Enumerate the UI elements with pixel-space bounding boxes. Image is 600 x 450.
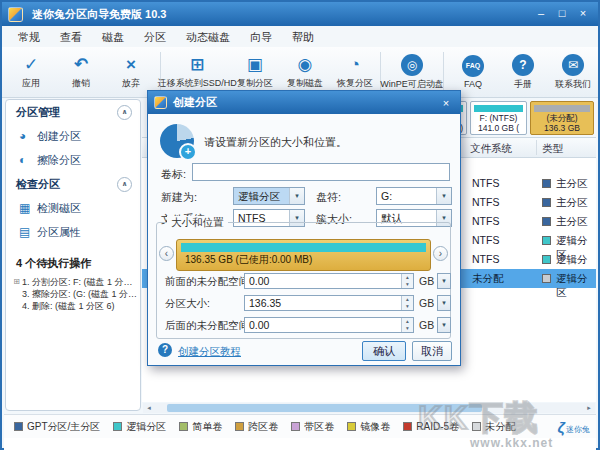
drive-letter-label: 盘符: [316,190,341,205]
migrate-os-button[interactable]: ⊞ 迁移系统到SSD/HD [165,49,230,95]
app-window: 迷你兔分区向导免费版 10.3 – □ × 常规 查看 磁盘 分区 动态磁盘 向… [0,0,600,450]
copy-partition-icon: ▣ [247,55,263,75]
drive-letter-select[interactable]: G: ▾ [376,187,452,205]
legend-bar: GPT分区/主分区 逻辑分区 简单卷 跨区卷 带区卷 镜像卷 RAID-5卷 [4,414,596,438]
legend-swatch [403,422,412,431]
pending-operation-item[interactable]: 4. 删除: (磁盘 1 分区 6) [11,300,140,312]
unallocated-after-input[interactable]: 0.00 ▴▾ [244,317,414,333]
faq-button[interactable]: FAQ FAQ [448,49,498,95]
create-partition-pie-icon [160,124,194,158]
menu-help[interactable]: 帮助 [282,27,324,47]
legend-item: 跨区卷 [235,420,278,434]
chevron-down-icon[interactable]: ▾ [436,188,451,204]
manual-button[interactable]: ? 手册 [498,49,548,95]
scroll-left-icon[interactable]: ◂ [144,403,154,413]
winpe-button[interactable]: ◎ WinPE可启动盘 [385,49,440,95]
unit-label: GB [419,319,434,331]
sidebar-section-check-partition: 检查分区 ∧ [6,172,140,196]
apply-button[interactable]: ✓ 应用 [6,49,56,95]
undo-button[interactable]: ↶ 撤销 [56,49,106,95]
question-icon: ? [512,54,534,76]
window-title: 迷你兔分区向导免费版 10.3 [32,7,166,22]
column-type[interactable]: 类型 [542,142,563,156]
legend-swatch [14,422,23,431]
sidebar-item-surface-test[interactable]: ▦ 检测磁区 [6,196,140,220]
legend-swatch [179,422,188,431]
unit-dropdown-icon[interactable]: ▾ [437,273,451,289]
create-as-select[interactable]: 逻辑分区 ▾ [233,187,305,205]
partition-size-input[interactable]: 136.35 ▴▾ [244,295,414,311]
spinner-icons[interactable]: ▴▾ [401,296,413,310]
tutorial-link[interactable]: 创建分区教程 [178,345,241,359]
logical-partition-swatch [542,236,551,245]
menu-dynamic-disk[interactable]: 动态磁盘 [176,27,240,47]
legend-item: 带区卷 [291,420,334,434]
legend-item: 逻辑分区 [113,420,166,434]
contact-button[interactable]: ✉ 联系我们 [548,49,598,95]
volume-label-input[interactable] [192,163,450,181]
app-logo-icon [154,96,167,109]
unallocated-stripe [534,105,590,112]
help-icon[interactable]: ? [158,343,172,357]
title-bar: 迷你兔分区向导免费版 10.3 – □ × [2,2,598,26]
chevron-down-icon[interactable]: ▾ [289,188,304,204]
slider-right-icon[interactable]: › [433,246,448,261]
partition-size-label: 分区大小: [165,297,210,311]
collapse-icon[interactable]: ∧ [117,105,132,120]
cancel-button[interactable]: 取消 [412,341,452,361]
collapse-icon[interactable]: ∧ [117,177,132,192]
menu-partition[interactable]: 分区 [134,27,176,47]
column-file-system[interactable]: 文件系统 [470,142,512,156]
unallocated-before-label: 前面的未分配空间: [165,275,252,289]
diskmap-block-unallocated-selected[interactable]: (未分配)136.3 GB [530,101,594,135]
dialog-title-bar: 创建分区 × [148,91,460,114]
close-button[interactable]: × [574,6,592,22]
sidebar-item-partition-properties[interactable]: ▤ 分区属性 [6,220,140,244]
slider-left-icon[interactable]: ‹ [159,246,174,261]
app-logo-icon [8,7,23,22]
pending-operations-list: ⊞ 1. 分割分区: F: (磁盘 1 分… 3. 擦除分区: (G: (磁盘 … [6,276,140,312]
menu-general[interactable]: 常规 [8,27,50,47]
unit-label: GB [419,275,434,287]
spinner-icons[interactable]: ▴▾ [401,274,413,288]
unit-dropdown-icon[interactable]: ▾ [437,317,451,333]
restore-partition-button[interactable]: ◔ 恢复分区 [330,49,380,95]
menu-disk[interactable]: 磁盘 [92,27,134,47]
dialog-close-button[interactable]: × [438,97,454,109]
partition-size-slider[interactable]: 136.35 GB (已使用:0.00 MB) [176,239,431,271]
unit-dropdown-icon[interactable]: ▾ [437,295,451,311]
minitool-logo: ζ 迷你兔 [558,421,590,435]
tree-expand-icon[interactable]: ⊞ [11,276,22,288]
sidebar-item-wipe-partition[interactable]: ◐ 擦除分区 [6,148,140,172]
minimize-button[interactable]: – [532,6,550,22]
spinner-icons[interactable]: ▴▾ [401,318,413,332]
unallocated-before-input[interactable]: 0.00 ▴▾ [244,273,414,289]
scrollbar-thumb[interactable] [167,404,482,412]
copy-disk-icon: ◉ [297,55,312,75]
menu-wizard[interactable]: 向导 [240,27,282,47]
bottom-strip [4,438,596,450]
maximize-button[interactable]: □ [553,6,571,22]
x-icon: × [126,55,136,75]
primary-partition-swatch [542,179,551,188]
discard-button[interactable]: × 放弃 [106,49,156,95]
horizontal-scrollbar[interactable]: ◂ ▸ [143,403,595,413]
volume-label-label: 卷标: [161,167,186,182]
legend-item: 镜像卷 [347,420,390,434]
sidebar-item-create-partition[interactable]: ◕ 创建分区 [6,124,140,148]
pending-operation-item[interactable]: 3. 擦除分区: (G: (磁盘 1 分… [11,288,140,300]
sidebar: 分区管理 ∧ ◕ 创建分区 ◐ 擦除分区 检查分区 ∧ ▦ 检测磁区 ▤ 分区属… [5,99,141,411]
undo-arrow-icon: ↶ [74,55,88,75]
menu-view[interactable]: 查看 [50,27,92,47]
copy-disk-button[interactable]: ◉ 复制磁盘 [280,49,330,95]
pending-operations-title: 4 个待执行操作 [6,244,140,276]
copy-partition-button[interactable]: ▣ 复制分区 [230,49,280,95]
pending-operation-item[interactable]: ⊞ 1. 分割分区: F: (磁盘 1 分… [11,276,140,288]
confirm-button[interactable]: 确认 [362,341,406,361]
menu-bar: 常规 查看 磁盘 分区 动态磁盘 向导 帮助 [2,26,598,48]
mail-icon: ✉ [562,54,584,76]
scroll-right-icon[interactable]: ▸ [584,403,594,413]
create-partition-icon: ◕ [19,129,37,143]
legend-item: 未分配 [472,420,515,434]
diskmap-block-f[interactable]: F: (NTFS)141.0 GB ( [470,101,527,135]
